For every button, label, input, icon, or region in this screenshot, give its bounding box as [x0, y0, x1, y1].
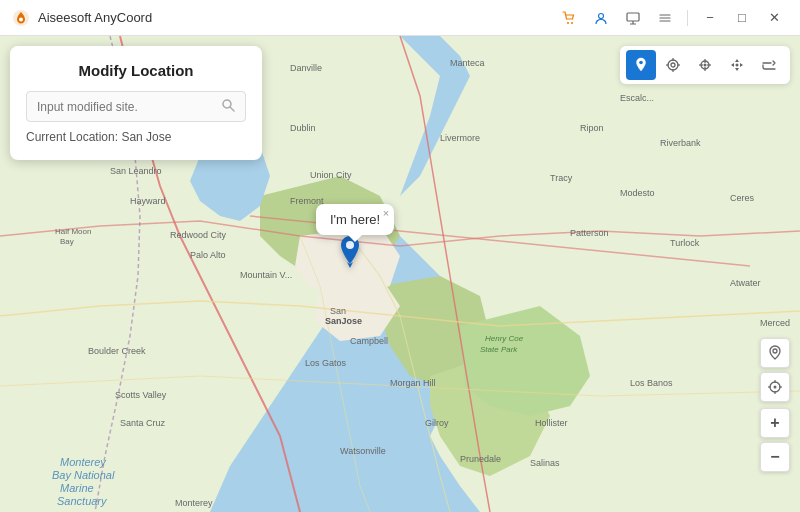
svg-text:Scotts Valley: Scotts Valley — [115, 390, 167, 400]
modify-location-panel: Modify Location Current Location: San Jo… — [10, 46, 262, 160]
crosshair-location-btn[interactable] — [760, 372, 790, 402]
location-pin-tool-btn[interactable] — [626, 50, 656, 80]
cart-icon-btn[interactable] — [555, 7, 583, 29]
svg-text:Ripon: Ripon — [580, 123, 604, 133]
svg-text:Marine: Marine — [60, 482, 94, 494]
svg-text:Los Gatos: Los Gatos — [305, 358, 347, 368]
svg-text:Monterey: Monterey — [175, 498, 213, 508]
svg-text:Morgan Hill: Morgan Hill — [390, 378, 436, 388]
svg-text:Bay National: Bay National — [52, 469, 115, 481]
svg-text:Sanctuary: Sanctuary — [57, 495, 108, 507]
popup-close-btn[interactable]: × — [383, 207, 389, 219]
svg-point-1 — [19, 17, 23, 21]
svg-text:Monterey: Monterey — [60, 456, 107, 468]
svg-text:Half Moon: Half Moon — [55, 227, 91, 236]
search-input[interactable] — [37, 100, 221, 114]
svg-text:Patterson: Patterson — [570, 228, 609, 238]
svg-text:Modesto: Modesto — [620, 188, 655, 198]
svg-text:Hollister: Hollister — [535, 418, 568, 428]
svg-text:Salinas: Salinas — [530, 458, 560, 468]
popup-text: I'm here! — [330, 212, 380, 227]
svg-text:Riverbank: Riverbank — [660, 138, 701, 148]
svg-point-3 — [571, 22, 573, 24]
svg-text:Los Banos: Los Banos — [630, 378, 673, 388]
app-logo — [12, 9, 30, 27]
svg-text:Santa Cruz: Santa Cruz — [120, 418, 166, 428]
zoom-controls: + − — [760, 408, 790, 472]
svg-text:San: San — [330, 306, 346, 316]
search-icon[interactable] — [221, 98, 235, 115]
window-controls: − □ ✕ — [555, 7, 788, 29]
svg-point-56 — [668, 60, 678, 70]
close-btn[interactable]: ✕ — [760, 7, 788, 29]
svg-text:Tracy: Tracy — [550, 173, 573, 183]
svg-text:Gilroy: Gilroy — [425, 418, 449, 428]
current-location-text: Current Location: San Jose — [26, 130, 246, 144]
svg-point-69 — [346, 241, 354, 249]
svg-text:Redwood City: Redwood City — [170, 230, 227, 240]
svg-point-67 — [704, 64, 707, 67]
map-container[interactable]: Sausalito Berkeley Danville Manteca Esca… — [0, 36, 800, 512]
svg-text:Watsonville: Watsonville — [340, 446, 386, 456]
svg-text:State Park: State Park — [480, 345, 518, 354]
maximize-btn[interactable]: □ — [728, 7, 756, 29]
svg-text:Campbell: Campbell — [350, 336, 388, 346]
move-tool-btn[interactable] — [722, 50, 752, 80]
titlebar: Aiseesoft AnyCoord — [0, 0, 800, 36]
svg-text:Boulder Creek: Boulder Creek — [88, 346, 146, 356]
svg-point-70 — [773, 349, 777, 353]
svg-text:Atwater: Atwater — [730, 278, 761, 288]
svg-text:Escalc...: Escalc... — [620, 93, 654, 103]
svg-text:Danville: Danville — [290, 63, 322, 73]
svg-point-4 — [599, 13, 604, 18]
minimize-btn[interactable]: − — [696, 7, 724, 29]
zoom-in-btn[interactable]: + — [760, 408, 790, 438]
menu-icon-btn[interactable] — [651, 7, 679, 29]
svg-text:SanJose: SanJose — [325, 316, 362, 326]
svg-point-57 — [671, 63, 675, 67]
user-icon-btn[interactable] — [587, 7, 615, 29]
svg-text:Prunedale: Prunedale — [460, 454, 501, 464]
svg-text:Bay: Bay — [60, 237, 74, 246]
svg-text:Dublin: Dublin — [290, 123, 316, 133]
svg-text:Hayward: Hayward — [130, 196, 166, 206]
im-here-popup: × I'm here! — [316, 204, 394, 235]
svg-point-68 — [736, 64, 739, 67]
export-tool-btn[interactable] — [754, 50, 784, 80]
map-toolbar — [620, 46, 790, 84]
svg-text:Union City: Union City — [310, 170, 352, 180]
svg-text:Livermore: Livermore — [440, 133, 480, 143]
svg-text:Mountain V...: Mountain V... — [240, 270, 292, 280]
svg-point-55 — [639, 61, 643, 65]
app-title: Aiseesoft AnyCoord — [38, 10, 555, 25]
search-box[interactable] — [26, 91, 246, 122]
location-controls — [760, 338, 790, 402]
svg-text:Turlock: Turlock — [670, 238, 700, 248]
monitor-icon-btn[interactable] — [619, 7, 647, 29]
crosshair-tool-btn[interactable] — [690, 50, 720, 80]
svg-text:Ceres: Ceres — [730, 193, 755, 203]
zoom-out-btn[interactable]: − — [760, 442, 790, 472]
svg-rect-5 — [627, 13, 639, 21]
svg-point-2 — [567, 22, 569, 24]
svg-point-76 — [774, 386, 777, 389]
target-tool-btn[interactable] — [658, 50, 688, 80]
svg-text:Manteca: Manteca — [450, 58, 485, 68]
svg-text:Merced: Merced — [760, 318, 790, 328]
center-location-btn[interactable] — [760, 338, 790, 368]
svg-text:Henry Coe: Henry Coe — [485, 334, 524, 343]
panel-title: Modify Location — [26, 62, 246, 79]
svg-text:Palo Alto: Palo Alto — [190, 250, 226, 260]
